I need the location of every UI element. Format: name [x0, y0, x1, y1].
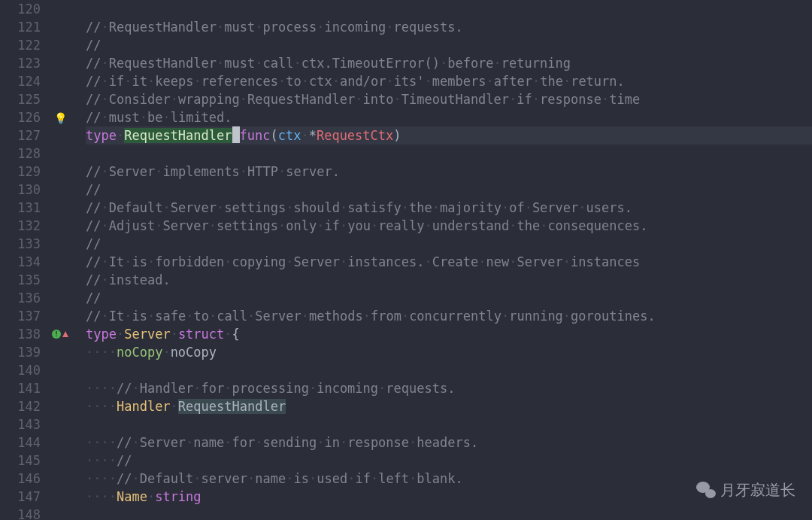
- line-number: 139: [0, 343, 45, 361]
- line-number: 122: [0, 36, 45, 54]
- code-line[interactable]: ····//·Default·server·name·is·used·if·le…: [86, 470, 812, 488]
- code-line[interactable]: ····Name·string: [86, 488, 812, 506]
- line-number: 141: [0, 379, 45, 397]
- code-line[interactable]: //·It·is·safe·to·call·Server·methods·fro…: [86, 307, 812, 325]
- line-number: 140: [0, 361, 45, 379]
- line-number: 142: [0, 397, 45, 415]
- symbol-highlight: RequestHandler: [178, 399, 286, 414]
- line-number: 131: [0, 199, 45, 217]
- code-line[interactable]: [86, 506, 812, 520]
- code-line[interactable]: //·It·is·forbidden·copying·Server·instan…: [86, 253, 812, 271]
- code-line[interactable]: //·Adjust·Server·settings·only·if·you·re…: [86, 217, 812, 235]
- line-number: 144: [0, 433, 45, 452]
- code-line[interactable]: //·must·be·limited.: [86, 108, 812, 126]
- gutter: 1201211221231241251261271281291301311321…: [0, 0, 75, 520]
- line-number: 143: [0, 415, 45, 433]
- code-line[interactable]: type·Server·struct·{: [86, 325, 812, 343]
- code-area[interactable]: //·RequestHandler·must·process·incoming·…: [75, 0, 812, 520]
- code-line[interactable]: //·instead.: [86, 271, 812, 289]
- selection: RequestHandler: [124, 128, 232, 143]
- code-line[interactable]: ····//·Handler·for·processing·incoming·r…: [86, 379, 812, 397]
- line-number: 128: [0, 144, 45, 163]
- line-number: 135: [0, 271, 45, 289]
- line-number: 126: [0, 108, 45, 126]
- line-number: 134: [0, 253, 45, 271]
- code-line[interactable]: //: [86, 181, 812, 199]
- code-line[interactable]: ····Handler·RequestHandler: [86, 397, 812, 415]
- line-numbers: 1201211221231241251261271281291301311321…: [0, 0, 45, 520]
- line-number: 129: [0, 163, 45, 181]
- line-number: 120: [0, 0, 45, 18]
- line-number: 132: [0, 217, 45, 235]
- code-line[interactable]: [86, 144, 812, 163]
- code-line[interactable]: ····//: [86, 452, 812, 470]
- line-number: 125: [0, 90, 45, 108]
- line-number: 137: [0, 307, 45, 325]
- line-number: 136: [0, 289, 45, 307]
- line-number: 124: [0, 72, 45, 90]
- code-line[interactable]: //·if·it·keeps·references·to·ctx·and/or·…: [86, 72, 812, 90]
- code-line[interactable]: [86, 361, 812, 379]
- code-line[interactable]: [86, 0, 812, 18]
- line-number: 123: [0, 54, 45, 72]
- code-line[interactable]: //·RequestHandler·must·call·ctx.TimeoutE…: [86, 54, 812, 72]
- code-line[interactable]: //: [86, 36, 812, 54]
- gutter-markers: !: [45, 0, 75, 520]
- line-number: 148: [0, 506, 45, 520]
- code-line[interactable]: //·Default·Server·settings·should·satisf…: [86, 199, 812, 217]
- code-line[interactable]: ····//·Server·name·for·sending·in·respon…: [86, 433, 812, 452]
- text-cursor: [232, 126, 240, 143]
- code-line[interactable]: //·RequestHandler·must·process·incoming·…: [86, 18, 812, 36]
- code-line[interactable]: //: [86, 289, 812, 307]
- code-line[interactable]: //·Server·implements·HTTP·server.: [86, 163, 812, 181]
- line-number: 138: [0, 325, 45, 343]
- line-number: 147: [0, 488, 45, 506]
- code-line[interactable]: //·Consider·wrapping·RequestHandler·into…: [86, 90, 812, 108]
- lightbulb-icon[interactable]: [54, 108, 67, 127]
- code-line[interactable]: //: [86, 235, 812, 253]
- line-number: 133: [0, 235, 45, 253]
- code-line[interactable]: ····noCopy·noCopy: [86, 343, 812, 361]
- line-number: 146: [0, 470, 45, 488]
- line-number: 145: [0, 452, 45, 470]
- code-line[interactable]: type·RequestHandlerfunc(ctx·*RequestCtx): [86, 126, 812, 144]
- line-number: 130: [0, 181, 45, 199]
- code-editor[interactable]: 1201211221231241251261271281291301311321…: [0, 0, 812, 520]
- change-marker-icon[interactable]: !: [52, 330, 61, 339]
- arrow-up-icon: [62, 331, 68, 337]
- line-number: 121: [0, 18, 45, 36]
- code-line[interactable]: [86, 415, 812, 433]
